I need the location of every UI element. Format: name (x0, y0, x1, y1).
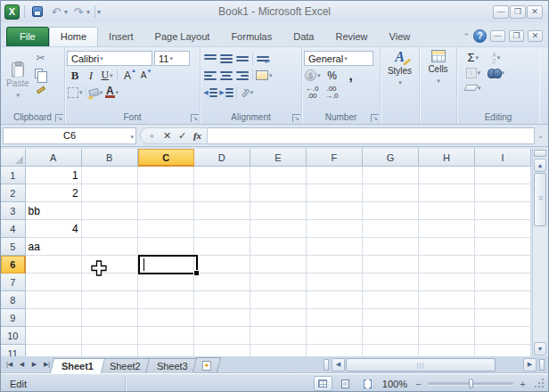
workbook-restore-button[interactable]: ❐ (509, 30, 524, 42)
column-header-H[interactable]: H (419, 149, 475, 167)
orientation-button[interactable]: ab (239, 85, 255, 100)
cell-E1[interactable] (250, 167, 307, 184)
cell-F10[interactable] (307, 327, 363, 345)
cell-E9[interactable] (250, 309, 307, 327)
cell-H6[interactable] (419, 256, 475, 274)
cancel-entry-button[interactable]: ✕ (160, 128, 175, 143)
cell-A4[interactable]: 4 (26, 220, 82, 238)
undo-button[interactable]: ↶ (48, 4, 64, 20)
percent-style-button[interactable]: % (324, 68, 340, 83)
cell-I5[interactable] (475, 238, 531, 256)
cell-D1[interactable] (194, 167, 250, 184)
close-button[interactable]: ✕ (527, 5, 543, 19)
paste-button[interactable]: Paste (3, 50, 33, 111)
cell-A6[interactable] (26, 256, 82, 274)
cell-H4[interactable] (419, 220, 475, 238)
excel-logo-icon[interactable]: X (4, 4, 20, 20)
bold-button[interactable]: B (67, 68, 83, 83)
vertical-scroll-thumb[interactable] (534, 173, 546, 226)
cell-C7[interactable] (138, 274, 194, 291)
cell-H11[interactable] (419, 345, 475, 356)
cell-H7[interactable] (419, 274, 475, 291)
cell-F2[interactable] (307, 184, 363, 202)
insert-worksheet-button[interactable]: ✦ (193, 357, 221, 372)
cell-B5[interactable] (82, 238, 138, 256)
cell-B3[interactable] (82, 202, 138, 220)
cell-B2[interactable] (82, 184, 138, 202)
next-sheet-button[interactable]: ▶ (29, 358, 40, 371)
tab-split-handle[interactable] (324, 359, 329, 371)
help-button[interactable]: ? (473, 29, 487, 43)
save-button[interactable] (29, 4, 45, 20)
cell-H9[interactable] (419, 309, 475, 327)
cell-H5[interactable] (419, 238, 475, 256)
cell-B8[interactable] (82, 291, 138, 309)
cell-C5[interactable] (138, 238, 194, 256)
tab-file[interactable]: File (6, 27, 49, 46)
sheet-tab-sheet3[interactable]: Sheet3 (145, 358, 200, 373)
cell-G4[interactable] (363, 220, 419, 238)
row-header-11[interactable]: 11 (1, 345, 26, 356)
clipboard-dialog-launcher[interactable] (55, 114, 63, 122)
italic-button[interactable]: I (83, 68, 99, 83)
cell-A9[interactable] (26, 309, 82, 327)
cell-B9[interactable] (82, 309, 138, 327)
cell-F1[interactable] (307, 167, 363, 184)
previous-sheet-button[interactable]: ◀ (16, 358, 28, 371)
tab-review[interactable]: Review (324, 28, 378, 46)
cells-button[interactable]: Cells (420, 47, 457, 124)
cell-C10[interactable] (138, 327, 194, 345)
cell-F7[interactable] (307, 274, 363, 291)
minimize-button[interactable]: — (493, 5, 509, 19)
font-color-button[interactable]: A (104, 85, 120, 100)
undo-dropdown[interactable]: ▾ (64, 8, 68, 16)
cell-I11[interactable] (475, 345, 531, 356)
copy-button[interactable] (33, 66, 49, 81)
font-size-combo[interactable]: 11 (154, 51, 190, 66)
number-format-combo[interactable]: General (304, 51, 373, 66)
align-right-button[interactable] (234, 68, 250, 83)
alignment-dialog-launcher[interactable] (292, 114, 300, 122)
minimize-ribbon-button[interactable]: ⌃ (463, 32, 470, 41)
cell-G6[interactable] (363, 256, 419, 274)
horizontal-scroll-thumb[interactable]: ||| (346, 358, 496, 372)
cell-B10[interactable] (82, 327, 138, 345)
fill-color-button[interactable] (88, 85, 104, 100)
cell-C2[interactable] (138, 184, 194, 202)
align-bottom-button[interactable] (234, 51, 250, 66)
tab-view[interactable]: View (379, 28, 422, 46)
cell-A2[interactable]: 2 (26, 184, 82, 202)
cell-H1[interactable] (419, 167, 475, 184)
cell-B1[interactable] (82, 167, 138, 184)
column-header-A[interactable]: A (26, 149, 82, 167)
select-all-corner[interactable] (1, 149, 26, 167)
page-layout-view-button[interactable] (336, 376, 355, 391)
cell-D4[interactable] (194, 220, 250, 238)
cell-D9[interactable] (194, 309, 250, 327)
cell-E8[interactable] (250, 291, 307, 309)
row-header-8[interactable]: 8 (1, 291, 26, 309)
cell-B11[interactable] (82, 345, 138, 356)
zoom-in-button[interactable]: + (517, 378, 529, 389)
expand-formula-bar-button[interactable]: ⌄ (535, 127, 546, 144)
borders-button[interactable] (67, 85, 84, 100)
row-header-3[interactable]: 3 (1, 202, 26, 220)
cell-D8[interactable] (194, 291, 250, 309)
decrease-decimal-button[interactable]: .00 →.0 (324, 85, 340, 100)
cell-H10[interactable] (419, 327, 475, 345)
enter-entry-button[interactable]: ✓ (175, 128, 190, 143)
cell-I3[interactable] (475, 202, 531, 220)
styles-dropdown[interactable] (397, 76, 402, 86)
row-header-5[interactable]: 5 (1, 238, 26, 256)
cell-I4[interactable] (475, 220, 531, 238)
cell-H2[interactable] (419, 184, 475, 202)
cell-A7[interactable] (26, 274, 82, 291)
font-family-combo[interactable]: Calibri (67, 51, 152, 66)
cell-C11[interactable] (138, 345, 194, 356)
cell-A10[interactable] (26, 327, 82, 345)
cell-E10[interactable] (250, 327, 307, 345)
redo-button[interactable]: ↷ (70, 4, 86, 20)
cell-E2[interactable] (250, 184, 307, 202)
increase-decimal-button[interactable]: ←.0 .00 (304, 85, 320, 100)
row-header-2[interactable]: 2 (1, 184, 26, 202)
